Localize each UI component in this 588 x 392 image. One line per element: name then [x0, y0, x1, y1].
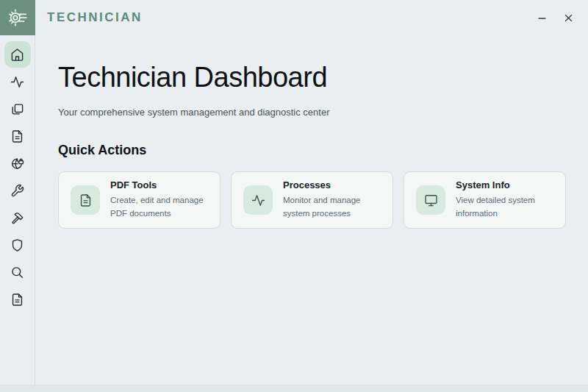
pdf-tools-card[interactable]: PDF Tools Create, edit and manage PDF do…: [58, 171, 220, 229]
sidebar-item-copy[interactable]: [4, 96, 31, 122]
monitor-icon: [416, 185, 445, 215]
card-title: Processes: [283, 179, 382, 190]
minimize-icon[interactable]: [531, 7, 553, 29]
activity-icon: [243, 185, 273, 215]
app-logo: [0, 0, 35, 35]
card-text: Processes Monitor and manage system proc…: [283, 179, 382, 221]
quick-actions-heading: Quick Actions: [58, 143, 566, 158]
system-info-card[interactable]: System Info View detailed system informa…: [404, 171, 566, 229]
document-icon: [10, 293, 24, 307]
card-title: PDF Tools: [110, 179, 209, 190]
sidebar-item-shield[interactable]: [4, 232, 31, 258]
card-title: System Info: [456, 179, 555, 190]
globe-lock-icon: [10, 157, 24, 171]
card-description: Create, edit and manage PDF documents: [110, 194, 209, 221]
sidebar: [0, 35, 35, 392]
sidebar-item-file[interactable]: [4, 123, 31, 149]
file-text-icon: [71, 185, 100, 215]
file-text-icon: [10, 129, 24, 143]
copy-pages-icon: [10, 102, 24, 116]
sidebar-item-activity[interactable]: [4, 68, 31, 95]
card-description: View detailed system information: [456, 194, 555, 221]
search-icon: [10, 266, 24, 279]
sidebar-item-document[interactable]: [4, 286, 31, 313]
processes-card[interactable]: Processes Monitor and manage system proc…: [231, 171, 393, 229]
app-title: TECHNICIAN: [47, 10, 143, 25]
titlebar: TECHNICIAN: [0, 0, 588, 35]
card-description: Monitor and manage system processes: [283, 194, 382, 221]
card-text: PDF Tools Create, edit and manage PDF do…: [110, 179, 209, 221]
sidebar-item-search[interactable]: [4, 259, 31, 285]
main-content: Technician Dashboard Your comprehensive …: [36, 35, 588, 392]
gear-icon: [7, 7, 29, 29]
home-icon: [10, 48, 24, 62]
page-title: Technician Dashboard: [58, 62, 566, 93]
sidebar-item-home[interactable]: [4, 41, 31, 68]
shield-icon: [10, 238, 24, 252]
activity-icon: [10, 75, 24, 89]
card-text: System Info View detailed system informa…: [456, 179, 555, 221]
wrench-icon: [10, 184, 24, 198]
sidebar-item-wrench[interactable]: [4, 177, 31, 204]
window-controls: [531, 7, 579, 29]
page-subtitle: Your comprehensive system management and…: [58, 107, 566, 118]
sidebar-item-hammer[interactable]: [4, 204, 31, 231]
quick-actions-row: PDF Tools Create, edit and manage PDF do…: [58, 171, 566, 229]
close-icon[interactable]: [557, 7, 579, 29]
hammer-icon: [10, 211, 24, 225]
sidebar-item-globe-lock[interactable]: [4, 150, 31, 177]
